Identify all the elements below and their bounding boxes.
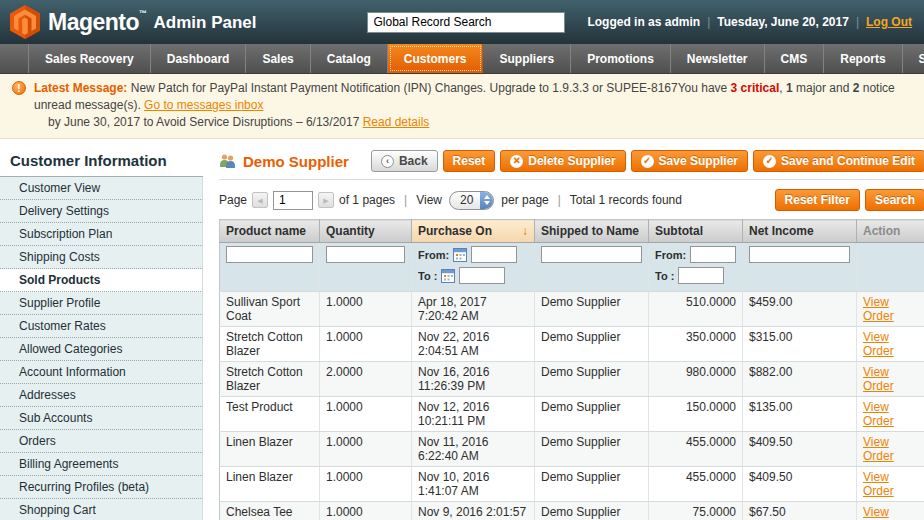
view-order-link[interactable]: View Order (863, 470, 907, 498)
sidebar-item-billing-agreements[interactable]: Billing Agreements (0, 453, 203, 476)
view-order-link[interactable]: View Order (863, 365, 907, 393)
cell-purchase-on: Nov 22, 2016 2:04:51 AM (412, 327, 535, 362)
nav-tab-newsletter[interactable]: Newsletter (671, 44, 765, 73)
next-page-button[interactable]: ▶ (318, 192, 334, 208)
total-records-label: Total 1 records found (570, 193, 682, 207)
subtotal-from-label: From: (655, 248, 686, 262)
nav-tab-catalog[interactable]: Catalog (311, 44, 388, 73)
filter-shipped-to-input[interactable] (541, 246, 642, 263)
col-header-shipped-to-name[interactable]: Shipped to Name (535, 220, 649, 243)
cell-product-name: Stretch Cotton Blazer (220, 362, 320, 397)
filter-subtotal-to-input[interactable] (678, 267, 724, 284)
delete-supplier-button[interactable]: ✕ Delete Supplier (500, 150, 625, 172)
col-header-subtotal[interactable]: Subtotal (649, 220, 743, 243)
prev-page-button[interactable]: ◀ (252, 192, 268, 208)
calendar-icon[interactable] (453, 248, 467, 262)
sidebar-item-supplier-profile[interactable]: Supplier Profile (0, 292, 203, 315)
sort-desc-icon: ↓ (522, 224, 528, 238)
cell-subtotal: 75.0000 (649, 502, 743, 520)
sidebar-item-shipping-costs[interactable]: Shipping Costs (0, 246, 203, 269)
view-order-link[interactable]: View Order (863, 505, 907, 520)
logout-link[interactable]: Log Out (866, 15, 912, 29)
nav-tab-sales-recovery[interactable]: Sales Recovery (28, 44, 151, 73)
sidebar-item-subscription-plan[interactable]: Subscription Plan (0, 223, 203, 246)
cell-purchase-on: Nov 9, 2016 2:01:57 AM (412, 502, 535, 520)
sidebar-item-customer-view[interactable]: Customer View (0, 177, 203, 200)
filter-net-income-input[interactable] (749, 246, 850, 263)
reset-button[interactable]: Reset (443, 150, 496, 172)
nav-tab-cms[interactable]: CMS (765, 44, 825, 73)
view-label: View (416, 193, 442, 207)
nav-tab-reports[interactable]: Reports (824, 44, 902, 73)
back-arrow-icon: ‹ (381, 155, 394, 168)
view-order-link[interactable]: View Order (863, 435, 907, 463)
cell-product-name: Linen Blazer (220, 467, 320, 502)
messages-inbox-link[interactable]: Go to messages inbox (144, 98, 263, 112)
col-header-product-name[interactable]: Product name (220, 220, 320, 243)
nav-tab-promotions[interactable]: Promotions (571, 44, 671, 73)
per-page-select[interactable]: 20 (449, 191, 494, 210)
cell-quantity: 1.0000 (320, 327, 412, 362)
of-pages-label: of 1 pages (339, 193, 395, 207)
page-number-input[interactable] (273, 191, 313, 210)
col-header-net-income[interactable]: Net Income (743, 220, 857, 243)
col-header-purchase-on[interactable]: Purchase On↓ (412, 220, 535, 243)
current-date: Tuesday, June 20, 2017 (717, 15, 849, 29)
save-continue-button[interactable]: ✓ Save and Continue Edit (753, 150, 924, 172)
calendar-icon[interactable] (441, 269, 455, 283)
cell-shipped-to: Demo Supplier (535, 362, 649, 397)
sidebar-item-allowed-categories[interactable]: Allowed Categories (0, 338, 203, 361)
cell-shipped-to: Demo Supplier (535, 292, 649, 327)
main-nav: Sales Recovery Dashboard Sales Catalog C… (0, 44, 924, 74)
per-page-value: 20 (460, 193, 473, 207)
title-divider (219, 179, 924, 180)
nav-tab-sales[interactable]: Sales (246, 44, 310, 73)
cell-net-income: $459.00 (743, 292, 857, 327)
col-header-quantity[interactable]: Quantity (320, 220, 412, 243)
sidebar-item-orders[interactable]: Orders (0, 430, 203, 453)
cell-subtotal: 510.0000 (649, 292, 743, 327)
cell-shipped-to: Demo Supplier (535, 397, 649, 432)
read-details-link[interactable]: Read details (363, 115, 430, 129)
cell-shipped-to: Demo Supplier (535, 502, 649, 520)
sidebar-item-delivery-settings[interactable]: Delivery Settings (0, 200, 203, 223)
main-content: Demo Supplier ‹ Back Reset ✕ Delete Supp… (205, 139, 924, 520)
subtotal-to-label: To : (655, 269, 674, 283)
filter-product-name-input[interactable] (226, 246, 313, 263)
cell-shipped-to: Demo Supplier (535, 432, 649, 467)
sidebar-item-recurring-profiles-beta[interactable]: Recurring Profiles (beta) (0, 476, 203, 499)
purchase-from-label: From: (418, 248, 449, 262)
filter-subtotal-from-input[interactable] (690, 246, 736, 263)
cell-quantity: 1.0000 (320, 432, 412, 467)
cell-subtotal: 455.0000 (649, 432, 743, 467)
back-button[interactable]: ‹ Back (371, 150, 438, 172)
sidebar-item-sold-products[interactable]: Sold Products (0, 269, 203, 292)
view-order-link[interactable]: View Order (863, 295, 907, 323)
filter-quantity-input[interactable] (326, 246, 405, 263)
pager-bar: Page ◀ ▶ of 1 pages | View 20 per page |… (219, 189, 924, 211)
sidebar-item-shopping-cart[interactable]: Shopping Cart (0, 499, 203, 520)
select-stepper-icon (480, 191, 493, 210)
reset-filter-button[interactable]: Reset Filter (775, 189, 860, 211)
search-button[interactable]: Search (865, 189, 924, 211)
nav-tab-suppliers[interactable]: Suppliers (483, 44, 571, 73)
nav-tab-dashboard[interactable]: Dashboard (151, 44, 247, 73)
grid-filter-row: From: To : From: To : (220, 243, 924, 292)
cell-net-income: $409.50 (743, 432, 857, 467)
major-count: 1 (786, 81, 793, 95)
view-order-link[interactable]: View Order (863, 400, 907, 428)
nav-tab-customers[interactable]: Customers (388, 44, 484, 73)
cell-purchase-on: Nov 10, 2016 1:41:07 AM (412, 467, 535, 502)
sidebar-item-account-information[interactable]: Account Information (0, 361, 203, 384)
view-order-link[interactable]: View Order (863, 330, 907, 358)
brand-name: Magento™ (48, 9, 147, 36)
sidebar-item-customer-rates[interactable]: Customer Rates (0, 315, 203, 338)
top-header: Magento™ Admin Panel Logged in as admin|… (0, 0, 924, 44)
filter-purchase-from-input[interactable] (471, 246, 517, 263)
sidebar-item-sub-accounts[interactable]: Sub Accounts (0, 407, 203, 430)
nav-tab-system[interactable]: System (903, 44, 924, 73)
global-search-input[interactable] (367, 12, 565, 33)
sidebar-item-addresses[interactable]: Addresses (0, 384, 203, 407)
filter-purchase-to-input[interactable] (459, 267, 505, 284)
save-supplier-button[interactable]: ✓ Save Supplier (631, 150, 748, 172)
